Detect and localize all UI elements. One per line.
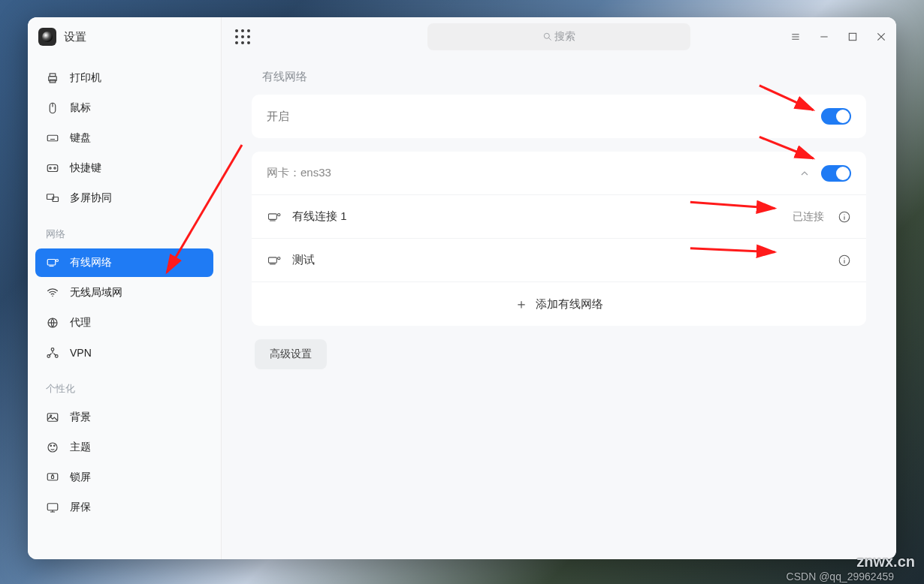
titlebar: 搜索 <box>222 17 896 56</box>
svg-point-19 <box>56 260 59 262</box>
keyboard-icon <box>46 131 59 145</box>
minimize-icon[interactable] <box>818 31 830 43</box>
connection-row[interactable]: 有线连接 1 已连接 <box>252 195 866 239</box>
plus-icon: ＋ <box>515 295 528 313</box>
main-pane: 搜索 有线网络 开启 <box>222 17 896 559</box>
sidebar-item-proxy[interactable]: 代理 <box>35 309 213 337</box>
vpn-icon <box>46 346 59 360</box>
nic-card: 网卡：ens33 有线连接 1 已连接 测试 <box>252 152 866 326</box>
svg-rect-1 <box>50 74 56 77</box>
sidebar-item-label: VPN <box>70 347 92 359</box>
wifi-icon <box>46 286 59 300</box>
sidebar-item-shortcut[interactable]: 快捷键 <box>35 154 213 182</box>
menu-icon[interactable] <box>790 31 802 43</box>
ethernet-icon <box>267 253 282 268</box>
search-placeholder: 搜索 <box>554 30 575 44</box>
screensaver-icon <box>46 501 59 514</box>
sidebar-item-multiscreen[interactable]: 多屏协同 <box>35 184 213 212</box>
search-input[interactable]: 搜索 <box>427 23 690 50</box>
sidebar-item-label: 无线局域网 <box>70 286 122 300</box>
ethernet-icon <box>267 209 282 224</box>
sidebar-item-printer[interactable]: 打印机 <box>35 64 213 92</box>
sidebar-item-label: 打印机 <box>70 71 101 85</box>
sidebar-item-label: 屏保 <box>70 501 91 514</box>
sidebar-item-background[interactable]: 背景 <box>35 403 213 432</box>
close-icon[interactable] <box>875 31 887 43</box>
svg-rect-42 <box>269 213 277 219</box>
svg-rect-48 <box>269 257 277 263</box>
nic-label: 网卡：ens33 <box>267 166 331 180</box>
nic-toggle[interactable] <box>821 165 851 182</box>
multiscreen-icon <box>46 191 59 205</box>
search-icon <box>542 32 553 42</box>
svg-point-44 <box>278 213 280 215</box>
shortcut-icon <box>46 161 59 175</box>
info-icon[interactable] <box>838 210 851 224</box>
theme-icon <box>46 441 59 454</box>
sidebar-item-mouse[interactable]: 鼠标 <box>35 94 213 122</box>
connection-status: 已连接 <box>793 210 824 224</box>
sidebar-item-label: 有线网络 <box>70 256 112 269</box>
add-connection-button[interactable]: ＋ 添加有线网络 <box>252 282 866 326</box>
svg-rect-31 <box>52 476 54 479</box>
sidebar-item-wired[interactable]: 有线网络 <box>35 248 213 277</box>
sidebar-header: 设置 <box>28 17 221 62</box>
app-title: 设置 <box>64 30 86 44</box>
background-icon <box>46 411 59 424</box>
sidebar: 设置 打印机 鼠标 键盘 快捷键 <box>28 17 222 559</box>
watermark-site: znwx.cn <box>856 553 915 570</box>
svg-rect-32 <box>47 504 58 510</box>
watermark-author: CSDN @qq_29962459 <box>787 570 894 582</box>
chevron-up-icon <box>799 167 811 179</box>
svg-point-26 <box>50 415 52 417</box>
mouse-icon <box>46 101 59 115</box>
apps-grid-button[interactable] <box>235 29 250 44</box>
svg-point-20 <box>52 296 53 297</box>
app-icon <box>38 28 56 46</box>
sidebar-item-wifi[interactable]: 无线局域网 <box>35 278 213 307</box>
settings-window: 设置 打印机 鼠标 键盘 快捷键 <box>28 17 896 559</box>
enable-toggle[interactable] <box>821 108 851 125</box>
enable-row: 开启 <box>252 95 866 138</box>
info-icon[interactable] <box>838 254 851 267</box>
sidebar-group-network: 网络 <box>35 214 213 247</box>
sidebar-item-label: 多屏协同 <box>70 191 112 205</box>
proxy-icon <box>46 316 59 330</box>
content: 有线网络 开启 网卡：ens33 <box>222 56 896 559</box>
sidebar-item-lockscreen[interactable]: 锁屏 <box>35 463 213 492</box>
sidebar-item-label: 快捷键 <box>70 161 101 175</box>
svg-point-50 <box>278 257 280 259</box>
sidebar-item-label: 鼠标 <box>70 101 91 115</box>
sidebar-item-screensaver[interactable]: 屏保 <box>35 493 213 522</box>
add-label: 添加有线网络 <box>536 297 603 312</box>
enable-label: 开启 <box>267 110 289 124</box>
svg-point-13 <box>50 167 51 169</box>
nic-header[interactable]: 网卡：ens33 <box>252 152 866 195</box>
svg-point-33 <box>544 33 549 38</box>
svg-point-22 <box>51 348 54 351</box>
connection-row[interactable]: 测试 <box>252 239 866 282</box>
svg-rect-5 <box>47 135 58 141</box>
section-title: 有线网络 <box>252 64 866 95</box>
printer-icon <box>46 71 59 85</box>
sidebar-item-vpn[interactable]: VPN <box>35 339 213 367</box>
sidebar-item-label: 代理 <box>70 316 91 330</box>
sidebar-item-keyboard[interactable]: 键盘 <box>35 124 213 152</box>
svg-rect-39 <box>849 33 856 40</box>
enable-card: 开启 <box>252 95 866 138</box>
svg-point-29 <box>54 445 56 447</box>
connection-name: 有线连接 1 <box>292 209 347 224</box>
sidebar-list: 打印机 鼠标 键盘 快捷键 多屏协同 网络 <box>28 62 221 559</box>
svg-point-53 <box>844 257 844 258</box>
sidebar-item-label: 主题 <box>70 441 91 454</box>
sidebar-group-personal: 个性化 <box>35 369 213 402</box>
sidebar-item-label: 背景 <box>70 411 91 424</box>
advanced-settings-button[interactable]: 高级设置 <box>255 339 327 369</box>
maximize-icon[interactable] <box>847 31 859 43</box>
sidebar-item-label: 锁屏 <box>70 471 91 484</box>
wired-icon <box>46 256 59 269</box>
svg-line-34 <box>548 38 551 40</box>
svg-rect-25 <box>47 414 58 422</box>
sidebar-item-label: 键盘 <box>70 131 91 145</box>
sidebar-item-theme[interactable]: 主题 <box>35 433 213 462</box>
